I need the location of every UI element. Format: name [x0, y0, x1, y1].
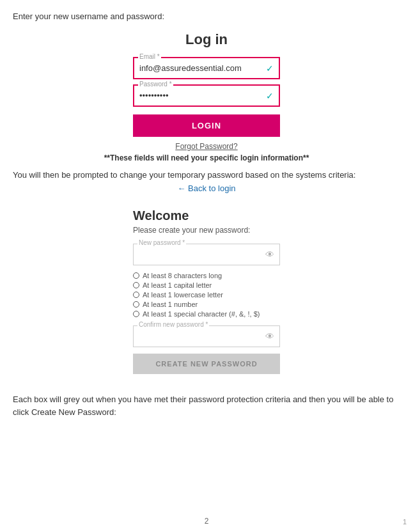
req-circle-2	[133, 282, 139, 288]
new-password-toggle-icon[interactable]: 👁	[265, 249, 274, 260]
email-field-wrapper: Email * ✓	[133, 57, 280, 79]
req-circle-1	[133, 272, 139, 279]
new-password-label: New password *	[137, 239, 186, 246]
welcome-title: Welcome	[133, 208, 280, 223]
req-circle-5	[133, 311, 139, 317]
req-item-5: At least 1 special character (#, &, !, $…	[133, 310, 280, 318]
welcome-section: Welcome Please create your new password:…	[13, 208, 400, 374]
intro-text: Enter your new username and password:	[13, 12, 400, 21]
forgot-password-link[interactable]: Forgot Password?	[175, 142, 237, 151]
password-check-icon: ✓	[266, 91, 274, 101]
confirm-password-input[interactable]	[134, 326, 279, 347]
email-input[interactable]	[134, 58, 279, 78]
req-item-2: At least 1 capital letter	[133, 281, 280, 289]
fields-note: **These fields will need your specific l…	[104, 153, 309, 162]
password-field-wrapper: Password * ✓	[133, 84, 280, 107]
back-to-login-link[interactable]: ← Back to login	[177, 184, 235, 193]
req-circle-3	[133, 292, 139, 298]
page-number-center: 2	[205, 517, 209, 526]
new-password-wrapper: New password * 👁	[133, 244, 280, 265]
req-item-3: At least 1 lowercase letter	[133, 291, 280, 299]
password-label: Password *	[138, 81, 173, 88]
req-circle-4	[133, 301, 139, 308]
page-number-right: 1	[403, 518, 407, 526]
confirm-password-label: Confirm new password *	[137, 321, 209, 328]
welcome-box: Welcome Please create your new password:…	[133, 208, 280, 374]
req-item-1: At least 8 characters long	[133, 272, 280, 279]
create-password-button[interactable]: CREATE NEW PASSWORD	[133, 354, 280, 374]
password-input[interactable]	[134, 86, 279, 106]
change-pw-note: You will then be prompted to change your…	[13, 170, 400, 180]
bottom-note: Each box will grey out when you have met…	[13, 393, 400, 418]
confirm-password-toggle-icon[interactable]: 👁	[265, 331, 274, 341]
login-section: Log in Email * ✓ Password * ✓ LOGIN Forg…	[13, 31, 400, 162]
welcome-subtitle: Please create your new password:	[133, 226, 280, 235]
login-button[interactable]: LOGIN	[133, 114, 280, 137]
email-check-icon: ✓	[266, 63, 274, 74]
login-title: Log in	[185, 31, 228, 48]
login-form: Email * ✓ Password * ✓ LOGIN	[130, 57, 283, 137]
email-label: Email *	[138, 53, 161, 60]
requirements-list: At least 8 characters long At least 1 ca…	[133, 272, 280, 318]
confirm-password-wrapper: Confirm new password * 👁	[133, 325, 280, 347]
req-item-4: At least 1 number	[133, 301, 280, 308]
new-password-input[interactable]	[134, 244, 279, 265]
